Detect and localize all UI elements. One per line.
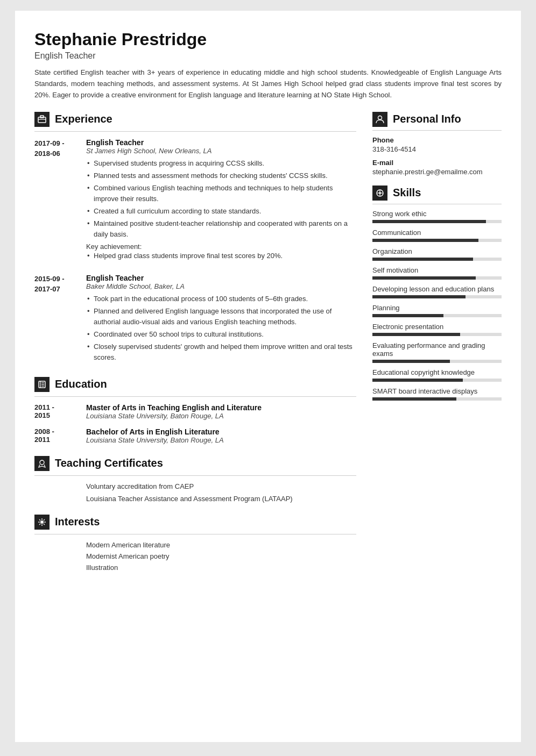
education-icon [34,377,50,392]
experience-item-2: 2015-09 - 2017-07 English Teacher Baker … [34,274,356,365]
skills-divider [372,204,502,204]
skill-bar-fill [372,314,443,317]
candidate-name: Stephanie Prestridge [34,30,502,49]
skill-bar-bg [372,220,502,223]
skill-item-5: Planning [372,304,502,317]
skill-name: Evaluating performance and grading exams [372,341,502,358]
skills-header: Skills [372,186,502,201]
cert-item-1: Voluntary accreditation from CAEP [34,482,356,490]
exp-bullet: Closely supervised students' growth and … [86,341,356,363]
skills-section: Skills Strong work ethic Communication O… [372,186,502,401]
skill-name: SMART board interactive displays [372,387,502,395]
education-section: Education 2011 - 2015 Master of Arts in … [34,377,356,444]
phone-value: 318-316-4514 [372,145,502,153]
cert-text-1: Voluntary accreditation from CAEP [86,482,194,490]
interests-section-header: Interests [34,515,356,530]
skill-bar-bg [372,258,502,261]
personal-info-divider [372,130,502,131]
skill-name: Electronic presentation [372,323,502,331]
exp-bullet: Helped grad class students improve final… [86,251,356,261]
certificates-title: Teaching Certificates [55,457,163,469]
skill-bar-fill [372,295,466,298]
interest-text-3: Illustration [86,564,118,572]
candidate-summary: State certified English teacher with 3+ … [34,67,502,101]
edu-item-1: 2011 - 2015 Master of Arts in Teaching E… [34,403,356,420]
edu-details-2: Bachelor of Arts in English Literature L… [86,427,224,444]
skill-bar-bg [372,397,502,401]
svg-point-19 [379,192,381,194]
experience-item-1: 2017-09 - 2018-06 English Teacher St Jam… [34,138,356,263]
skill-item-9: SMART board interactive displays [372,387,502,401]
personal-info-icon [372,112,387,127]
skill-bar-fill [372,360,450,363]
svg-point-8 [40,520,44,524]
personal-info-title: Personal Info [393,113,461,125]
skill-item-7: Evaluating performance and grading exams [372,341,502,363]
skill-bar-bg [372,379,502,382]
exp-bullet: Took part in the educational process of … [86,294,356,304]
personal-info-header: Personal Info [372,112,502,127]
skill-name: Organization [372,247,502,255]
skill-name: Communication [372,229,502,237]
exp-details-1: English Teacher St James High School, Ne… [86,138,356,263]
svg-line-13 [39,519,40,520]
skill-bar-bg [372,295,502,298]
edu-degree-2: Bachelor of Arts in English Literature [86,427,224,436]
candidate-title: English Teacher [34,51,502,61]
skill-item-3: Self motivation [372,266,502,280]
main-content: Experience 2017-09 - 2018-06 English Tea… [34,112,502,721]
education-divider [34,396,356,397]
skill-bar-fill [372,379,463,382]
exp-bullet: Planned and delivered English language l… [86,306,356,327]
skill-item-4: Developing lesson and education plans [372,285,502,298]
exp-bullet: Planned tests and assessment methods for… [86,170,356,181]
email-value: stephanie.prestri.ge@emailme.com [372,168,502,176]
skill-bar-bg [372,360,502,363]
experience-section-header: Experience [34,112,356,127]
interest-spacer [34,541,77,549]
edu-dates-1: 2011 - 2015 [34,403,77,420]
interest-item-1: Modern American literature [34,541,356,549]
exp-bullet: Supervised students progress in acquirin… [86,158,356,169]
interest-item-3: Illustration [34,564,356,572]
interests-title: Interests [55,516,100,528]
skill-item-2: Organization [372,247,502,261]
interest-text-2: Modernist American poetry [86,552,170,560]
exp-bullet: Created a full curriculum according to s… [86,206,356,217]
svg-line-16 [39,524,40,525]
education-title: Education [55,378,107,390]
exp-bullets-1: Supervised students progress in acquirin… [86,158,356,240]
experience-divider [34,131,356,132]
personal-info-section: Personal Info Phone 318-316-4514 E-mail … [372,112,502,176]
interests-divider [34,534,356,534]
experience-section: Experience 2017-09 - 2018-06 English Tea… [34,112,356,365]
skill-bar-bg [372,276,502,280]
skill-bar-bg [372,239,502,242]
exp-company-1: St James High School, New Orleans, LA [86,147,356,155]
interest-spacer [34,552,77,560]
interests-icon [34,515,50,530]
interest-text-1: Modern American literature [86,541,170,549]
skill-name: Strong work ethic [372,210,502,218]
skill-name: Planning [372,304,502,312]
right-column: Personal Info Phone 318-316-4514 E-mail … [372,112,502,721]
skill-bar-bg [372,333,502,336]
exp-dates-1: 2017-09 - 2018-06 [34,138,77,263]
interest-spacer [34,564,77,572]
skill-bar-fill [372,220,486,223]
skill-item-8: Educational copyright knowledge [372,368,502,382]
skill-name: Educational copyright knowledge [372,368,502,376]
skill-item-1: Communication [372,229,502,242]
cert-item-2: Louisiana Teacher Assistance and Assessm… [34,495,356,503]
svg-rect-1 [40,116,44,118]
exp-bullet: Maintained positive student-teacher rela… [86,218,356,240]
cert-text-2: Louisiana Teacher Assistance and Assessm… [86,495,293,503]
edu-details-1: Master of Arts in Teaching English and L… [86,403,262,420]
key-achievement-bullet: Helped grad class students improve final… [86,251,356,261]
skill-bar-fill [372,258,473,261]
skill-bar-bg [372,314,502,317]
skill-item-0: Strong work ethic [372,210,502,223]
svg-line-15 [44,519,45,520]
education-section-header: Education [34,377,356,392]
skill-bar-fill [372,276,476,280]
